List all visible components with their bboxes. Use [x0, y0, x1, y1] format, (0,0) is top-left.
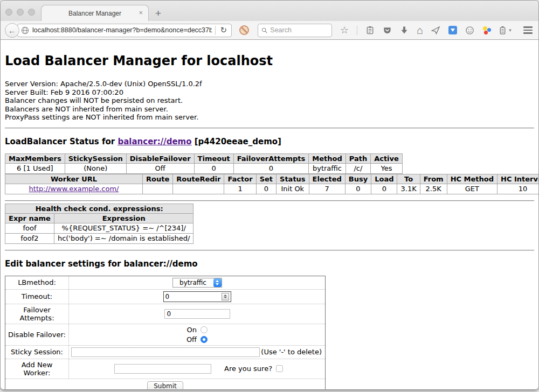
back-button[interactable]: ← — [5, 23, 19, 38]
cell-expr-name: foof — [5, 223, 54, 233]
search-icon — [261, 27, 267, 34]
col-factor: Factor — [224, 174, 256, 184]
search-input[interactable] — [270, 26, 328, 34]
tab-balancer-manager[interactable]: Balancer Manager × — [41, 5, 149, 21]
col-stickysession: StickySession — [65, 153, 126, 163]
bookmark-star-icon[interactable]: ☆ — [340, 25, 349, 35]
globe-icon — [21, 26, 29, 34]
disable-failover-row: Disable Failover: On Off — [5, 324, 326, 345]
health-check-table: Health check cond. expressions: Expr nam… — [5, 204, 194, 244]
col-path: Path — [345, 153, 370, 163]
failover-attempts-row: Failover Attempts: — [5, 304, 326, 324]
disable-failover-radios: On Off — [186, 326, 208, 344]
col-routeredir: RouteRedir — [173, 174, 224, 184]
navigation-toolbar: ← localhost:8880/balancer-manager?b=demo… — [1, 21, 538, 40]
balancer-status-table: MaxMembers StickySession DisableFailover… — [5, 153, 403, 174]
lbmethod-row: LBmethod: bytraffic — [5, 276, 326, 289]
worker-table: Worker URL Route RouteRedir Factor Set S… — [5, 174, 538, 194]
col-route: Route — [143, 174, 173, 184]
content-blocker-icon[interactable] — [239, 25, 249, 35]
col-load: Load — [371, 174, 397, 184]
cell-route — [143, 184, 173, 194]
are-you-sure-checkbox[interactable] — [276, 365, 283, 372]
cell-to: 3.1K — [397, 184, 420, 194]
sticky-session-row: Sticky Session: (Use '-' to delete) — [5, 345, 326, 359]
toolbar-separator — [357, 26, 357, 35]
server-info: Server Version: Apache/2.5.0-dev (Unix) … — [5, 80, 534, 122]
tab-title: Balancer Manager — [68, 10, 121, 17]
balancer-header-row: MaxMembers StickySession DisableFailover… — [5, 153, 403, 163]
add-worker-input[interactable] — [114, 364, 211, 374]
extension-download-icon[interactable] — [448, 26, 457, 34]
battery-extension-icon[interactable] — [499, 26, 506, 35]
send-tab-icon[interactable] — [431, 26, 440, 35]
timeout-input[interactable]: 0 — [163, 291, 231, 302]
submit-row: Submit — [5, 379, 326, 389]
sticky-session-input[interactable] — [71, 347, 260, 357]
divider — [5, 250, 534, 251]
col-method: Method — [309, 153, 345, 163]
worker-header-row: Worker URL Route RouteRedir Factor Set S… — [5, 174, 539, 184]
col-hc-interval: HC Interval — [497, 174, 538, 184]
failover-attempts-input[interactable] — [164, 309, 230, 319]
new-tab-button[interactable]: + — [155, 8, 161, 18]
timeout-row: Timeout: 0 — [5, 289, 326, 304]
health-row-foof2: foof2 hc('body') =~ /domain is establish… — [5, 233, 194, 243]
chevron-down-icon[interactable]: ▾ — [509, 27, 512, 33]
browser-window: Balancer Manager × + ← localhost:8880/ba… — [0, 0, 539, 390]
url-bar[interactable]: localhost:8880/balancer-manager?b=demo&n… — [17, 24, 232, 37]
minimize-window-button[interactable] — [17, 9, 24, 16]
radio-on-label: On — [187, 326, 197, 334]
balancer-data-row: 6 [1 Used] (None) Off 0 0 bytraffic /c/ … — [5, 163, 403, 173]
disable-failover-label: Disable Failover: — [5, 324, 69, 345]
lbmethod-select[interactable]: bytraffic — [172, 278, 222, 288]
cell-disablefailover: Off — [126, 163, 194, 173]
proxypass-notice-line: ProxyPass settings are NOT inherited fro… — [5, 113, 534, 122]
menu-icon[interactable] — [523, 26, 533, 34]
timeout-label: Timeout: — [5, 289, 69, 304]
balancer-demo-link[interactable]: balancer://demo — [118, 137, 191, 146]
pocket-icon[interactable] — [383, 26, 392, 35]
number-spinner-icon[interactable] — [222, 293, 229, 300]
cell-expression: %{REQUEST_STATUS} =~ /^[234]/ — [54, 223, 194, 233]
submit-button[interactable]: Submit — [147, 381, 183, 390]
lbmethod-selected-value: bytraffic — [173, 279, 213, 286]
server-version-line: Server Version: Apache/2.5.0-dev (Unix) … — [5, 80, 534, 88]
cell-expression: hc('body') =~ /domain is established/ — [54, 233, 194, 243]
sticky-session-label: Sticky Session: — [5, 345, 69, 359]
tab-bar: Balancer Manager × + — [1, 1, 538, 21]
close-window-button[interactable] — [5, 9, 12, 16]
health-table-title: Health check cond. expressions: — [5, 204, 194, 213]
col-active: Active — [371, 153, 403, 163]
health-title-row: Health check cond. expressions: — [5, 204, 194, 213]
colored-dots-extension-icon[interactable] — [482, 26, 491, 34]
select-stepper-icon — [213, 278, 222, 287]
reload-icon[interactable]: ↻ — [219, 25, 228, 35]
radio-off[interactable] — [201, 336, 208, 343]
downloads-icon[interactable] — [400, 26, 409, 34]
cell-failoverattempts: 0 — [233, 163, 309, 173]
server-built-line: Server Built: Feb 9 2016 07:00:20 — [5, 88, 534, 97]
loadbalancer-status-heading: LoadBalancer Status for balancer://demo … — [5, 137, 534, 146]
cell-elected: 7 — [309, 184, 345, 194]
are-you-sure-label: Are you sure? — [224, 365, 272, 373]
tab-close-icon[interactable]: × — [139, 9, 143, 17]
radio-on[interactable] — [201, 326, 208, 333]
chat-smiley-icon[interactable] — [465, 26, 474, 35]
cell-factor: 1 — [224, 184, 256, 194]
health-row-foof: foof %{REQUEST_STATUS} =~ /^[234]/ — [5, 223, 194, 233]
col-set: Set — [256, 174, 276, 184]
cell-status: Init Ok — [277, 184, 309, 194]
health-header-row: Expr name Expression — [5, 213, 194, 223]
worker-url-link[interactable]: http://www.example.com/ — [29, 185, 119, 193]
cell-maxmembers: 6 [1 Used] — [5, 163, 65, 173]
add-worker-row: Add New Worker: Are you sure? — [5, 359, 326, 379]
inherit-notice-line: Balancers are NOT inherited from main se… — [5, 105, 534, 114]
cell-from: 2.5K — [420, 184, 447, 194]
zoom-window-button[interactable] — [28, 9, 35, 16]
home-icon[interactable]: ⌂ — [417, 26, 423, 34]
search-bar[interactable] — [258, 24, 332, 37]
url-text[interactable]: localhost:8880/balancer-manager?b=demo&n… — [32, 26, 212, 34]
bookmarks-menu-icon[interactable] — [365, 26, 375, 35]
edit-balancer-form: LBmethod: bytraffic Timeout: 0 — [5, 276, 326, 390]
